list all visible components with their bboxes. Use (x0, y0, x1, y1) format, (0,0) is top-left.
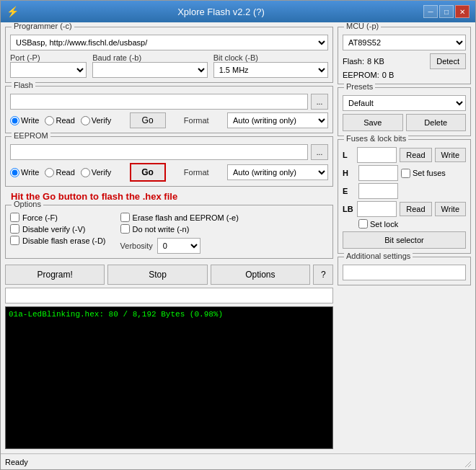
verbosity-label: Verbosity (120, 241, 153, 250)
close-button[interactable]: ✕ (455, 5, 470, 18)
fuse-l-row: L Read Write (343, 147, 466, 163)
programmer-group-label: Programmer (-c) (12, 22, 74, 30)
eeprom-browse-button[interactable]: ... (311, 144, 328, 160)
status-text: Ready (5, 458, 28, 466)
eeprom-write-radio[interactable]: Write (10, 168, 39, 177)
disable-verify-checkbox[interactable]: Disable verify (-V) (10, 224, 106, 234)
flash-verify-radio[interactable]: Verify (81, 116, 112, 125)
options-group-label: Options (12, 200, 43, 208)
app-icon: ⚡ (6, 6, 19, 17)
baud-select[interactable] (92, 62, 207, 78)
eeprom-format-label: Format (184, 168, 209, 177)
bitclock-label: Bit clock (-B) (213, 53, 328, 62)
fuse-e-row: E (343, 183, 466, 199)
resize-grip (461, 457, 471, 467)
flash-group: Flash F:\GitHub\8051\8051_DevelopmentBoa… (5, 86, 333, 133)
eeprom-format-select[interactable]: Auto (writing only) (227, 164, 328, 180)
set-fuses-label: Set fuses (413, 169, 446, 177)
options-right-col: Erase flash and EEPROM (-e) Do not write… (120, 213, 239, 254)
eeprom-verify-radio[interactable]: Verify (81, 168, 112, 177)
disable-flash-erase-checkbox[interactable]: Disable flash erase (-D) (10, 236, 106, 245)
fuse-h-label: H (343, 169, 356, 177)
status-bar: Ready (1, 453, 475, 469)
additional-settings-input[interactable] (343, 265, 466, 280)
fuse-lb-read-button[interactable]: Read (400, 202, 431, 216)
flash-format-select[interactable]: Auto (writing only) (227, 112, 328, 128)
bottom-buttons: Program! Stop Options ? (5, 265, 333, 285)
left-panel: Programmer (-c) USBasp, http://www.fisch… (5, 27, 333, 449)
help-button[interactable]: ? (313, 265, 333, 285)
force-checkbox[interactable]: Force (-F) (10, 213, 106, 222)
svg-line-0 (465, 461, 471, 467)
fuse-lb-label: LB (343, 205, 354, 213)
programmer-select[interactable]: USBasp, http://www.fischl.de/usbasp/ (10, 35, 328, 50)
fuse-l-write-button[interactable]: Write (435, 148, 466, 162)
flash-write-radio[interactable]: Write (10, 116, 39, 125)
bitclock-select[interactable]: 1.5 MHz (213, 62, 328, 78)
options-left-col: Force (-F) Disable verify (-V) Disable f… (10, 213, 106, 254)
eeprom-go-button[interactable]: Go (130, 163, 166, 182)
fuse-lb-write-button[interactable]: Write (435, 202, 466, 216)
maximize-button[interactable]: □ (439, 5, 454, 18)
mcu-group: MCU (-p) AT89S52 Flash: 8 KB Detect EEPR… (338, 27, 471, 84)
fuse-l-read-button[interactable]: Read (400, 148, 431, 162)
eeprom-size-value: 0 B (382, 71, 395, 79)
flash-group-label: Flash (12, 81, 35, 89)
preset-buttons: Save Delete (343, 114, 466, 131)
program-button[interactable]: Program! (5, 265, 105, 285)
fuse-e-label: E (343, 187, 356, 195)
set-lock-checkbox[interactable] (358, 219, 368, 229)
main-window: ⚡ Xplore Flash v2.2 (?) ─ □ ✕ Programmer… (0, 0, 476, 470)
set-lock-container: Set lock (358, 219, 398, 229)
console[interactable]: 01a-LedBlinking.hex: 80 / 8,192 Bytes (0… (5, 306, 333, 449)
delete-preset-button[interactable]: Delete (406, 114, 467, 131)
detect-button[interactable]: Detect (430, 53, 466, 69)
mcu-group-label: MCU (-p) (344, 22, 381, 30)
title-bar: ⚡ Xplore Flash v2.2 (?) ─ □ ✕ (1, 1, 475, 22)
fuses-group-label: Fuses & lock bits (344, 134, 408, 143)
save-preset-button[interactable]: Save (343, 114, 403, 131)
flash-format-label: Format (184, 116, 209, 125)
window-title: Xplore Flash v2.2 (?) (19, 6, 423, 17)
flash-size-value: 8 KB (367, 57, 384, 66)
additional-settings-label: Additional settings (344, 252, 413, 260)
options-group: Options Force (-F) Disable verify (-V) D… (5, 205, 333, 259)
set-fuses-checkbox[interactable] (401, 169, 410, 178)
baud-label: Baud rate (-b) (92, 53, 207, 62)
fuse-lb-row: LB Read Write (343, 201, 466, 217)
hint-row: Hit the Go button to flash the .hex file (5, 191, 333, 202)
presets-group-label: Presets (344, 82, 375, 91)
verbosity-row: Verbosity 0 (120, 238, 239, 254)
flash-go-button[interactable]: Go (130, 112, 166, 128)
port-label: Port (-P) (10, 53, 87, 62)
port-select[interactable] (10, 62, 87, 78)
verbosity-select[interactable]: 0 (157, 238, 200, 254)
cmd-line-input[interactable]: -c usbasp -p 8052 -B 0.5 -U flash:w:"F:\… (5, 288, 333, 303)
erase-flash-checkbox[interactable]: Erase flash and EEPROM (-e) (120, 213, 239, 222)
programmer-group: Programmer (-c) USBasp, http://www.fisch… (5, 27, 333, 83)
fuse-h-row: H Set fuses (343, 165, 466, 181)
eeprom-group-label: EEPROM (12, 131, 50, 140)
bit-selector-button[interactable]: Bit selector (343, 231, 466, 249)
eeprom-size-label: EEPROM: (343, 71, 379, 79)
eeprom-file-input[interactable] (10, 144, 308, 160)
flash-read-radio[interactable]: Read (45, 116, 74, 125)
set-lock-row: Set lock (343, 219, 466, 229)
fuse-lb-input[interactable] (357, 201, 397, 217)
presets-select[interactable]: Default (343, 95, 466, 111)
stop-button[interactable]: Stop (107, 265, 207, 285)
options-button[interactable]: Options (211, 265, 310, 285)
eeprom-read-radio[interactable]: Read (45, 168, 74, 177)
fuse-h-input[interactable] (358, 165, 398, 181)
eeprom-group: EEPROM ... Write Read Verify Go Format A… (5, 136, 333, 187)
mcu-select[interactable]: AT89S52 (343, 35, 466, 50)
fuse-l-input[interactable] (357, 147, 397, 163)
flash-mode-group: Write Read Verify (10, 116, 111, 125)
flash-file-input[interactable]: F:\GitHub\8051\8051_DevelopmentBoard\Cod… (10, 94, 308, 110)
flash-browse-button[interactable]: ... (311, 94, 328, 110)
console-text: 01a-LedBlinking.hex: 80 / 8,192 Bytes (0… (9, 310, 223, 319)
fuse-e-input[interactable] (358, 183, 398, 199)
minimize-button[interactable]: ─ (423, 5, 438, 18)
do-not-write-checkbox[interactable]: Do not write (-n) (120, 224, 239, 234)
fuse-l-label: L (343, 151, 354, 159)
